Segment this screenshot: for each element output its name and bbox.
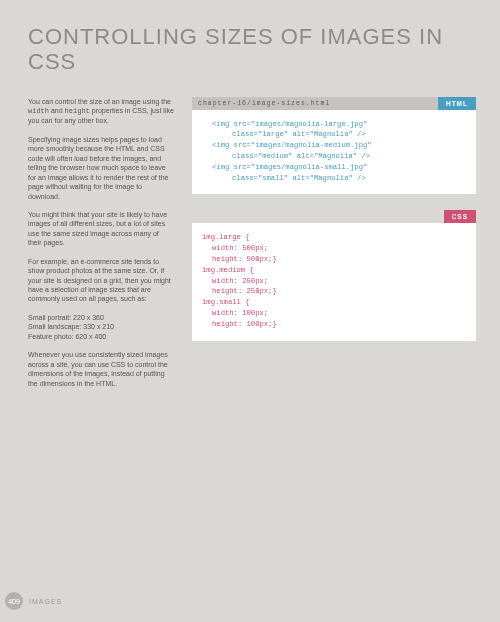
file-path-empty (192, 210, 444, 223)
text: Small landscape: 330 x 210 (28, 323, 114, 330)
html-code-box: <img src="images/magnolia-large.jpg" cla… (192, 110, 476, 195)
paragraph: Whenever you use consistently sized imag… (28, 350, 174, 388)
code-line: img.large { (202, 232, 466, 243)
lang-tag-css: CSS (444, 210, 476, 223)
code-line: class="small" alt="Magnolia" /> (202, 173, 466, 184)
code-header-html: chapter-16/image-sizes.html HTML (192, 97, 476, 110)
text: Small portrait: 220 x 360 (28, 314, 104, 321)
code-line: <img src="images/magnolia-small.jpg" (202, 162, 466, 173)
body-text-column: You can control the size of an image usi… (28, 97, 174, 397)
content-columns: You can control the size of an image usi… (28, 97, 476, 397)
code-line: <img src="images/magnolia-large.jpg" (202, 119, 466, 130)
paragraph: Specifying image sizes helps pages to lo… (28, 135, 174, 201)
code-line: height: 500px;} (202, 254, 466, 265)
code-line: width: 500px; (202, 243, 466, 254)
code-line: width: 250px; (202, 276, 466, 287)
text: and (49, 107, 65, 114)
file-path: chapter-16/image-sizes.html (192, 97, 438, 110)
page-number-badge: 409 (5, 592, 23, 610)
code-line: height: 100px;} (202, 319, 466, 330)
section-label: IMAGES (29, 598, 62, 605)
code-header-css: CSS (192, 210, 476, 223)
code-column: chapter-16/image-sizes.html HTML <img sr… (192, 97, 476, 397)
code-inline: height (65, 107, 90, 115)
page-footer: 409 IMAGES (5, 592, 62, 610)
code-line: class="large" alt="Magnolia" /> (202, 129, 466, 140)
paragraph: Small portrait: 220 x 360 Small landscap… (28, 313, 174, 341)
code-line: <img src="images/magnolia-medium.jpg" (202, 140, 466, 151)
code-inline: width (28, 107, 49, 115)
code-line: class="medium" alt="Magnolia" /> (202, 151, 466, 162)
text: Feature photo: 620 x 400 (28, 333, 106, 340)
code-line: height: 250px;} (202, 286, 466, 297)
lang-tag-html: HTML (438, 97, 476, 110)
paragraph: You can control the size of an image usi… (28, 97, 174, 126)
paragraph: You might think that your site is likely… (28, 210, 174, 248)
code-line: img.medium { (202, 265, 466, 276)
text: You can control the size of an image usi… (28, 98, 171, 105)
page-title: CONTROLLING SIZES OF IMAGES IN CSS (28, 24, 476, 75)
css-code-box: img.large { width: 500px; height: 500px;… (192, 223, 476, 340)
code-line: width: 100px; (202, 308, 466, 319)
paragraph: For example, an e-commerce site tends to… (28, 257, 174, 304)
code-line: img.small { (202, 297, 466, 308)
